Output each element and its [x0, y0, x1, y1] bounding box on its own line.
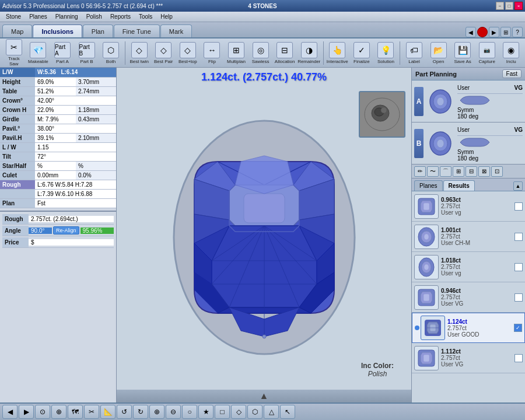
result-check-3[interactable]: [514, 263, 523, 271]
menu-help[interactable]: Help: [157, 13, 176, 20]
menu-polish[interactable]: Polish: [83, 13, 106, 20]
menu-planning[interactable]: Planning: [52, 13, 82, 20]
menu-stone[interactable]: Stone: [2, 13, 24, 20]
bottom-btn-zoom-out[interactable]: ⊖: [166, 405, 181, 419]
tab-inclusions[interactable]: Inclusions: [33, 24, 82, 37]
tab-mark[interactable]: Mark: [160, 24, 192, 37]
result-check-5[interactable]: ✓: [514, 324, 522, 332]
best-twin-icon: ◇: [131, 42, 148, 58]
rt-tool-2[interactable]: 〜: [427, 166, 439, 177]
toolbar-divider-2: [323, 41, 324, 65]
svg-point-19: [262, 335, 266, 338]
tab-map[interactable]: Map: [2, 24, 32, 37]
table-row: Pavil.° 38.00°: [0, 124, 116, 133]
tool-part-a[interactable]: Part A Part A: [51, 40, 74, 66]
stone-b-grade: VG: [514, 127, 523, 133]
close-button[interactable]: ×: [514, 2, 523, 10]
result-check-1[interactable]: [514, 202, 523, 211]
bottom-btn-hex[interactable]: ⬡: [247, 405, 262, 419]
tab-nav-left[interactable]: ◀: [466, 27, 476, 37]
result-check-6[interactable]: [514, 354, 523, 362]
bottom-btn-undo[interactable]: ↺: [117, 405, 132, 419]
stone-a-symm-row: Symm: [457, 107, 523, 113]
scroll-indicator[interactable]: ▲: [117, 390, 411, 402]
tool-best-twin[interactable]: ◇ Best twin: [128, 40, 151, 66]
tool-solution[interactable]: 💡 Solution: [374, 40, 398, 66]
tool-sawless[interactable]: ◎ Sawless: [249, 40, 272, 66]
tab-nav-grid[interactable]: ⊞: [501, 27, 511, 37]
maximize-button[interactable]: □: [505, 2, 513, 10]
tool-multiplan[interactable]: ⊞ Multiplan: [225, 40, 248, 66]
tab-fine-tune[interactable]: Fine Tune: [114, 24, 160, 37]
tool-part-b[interactable]: Part B Part B: [75, 40, 99, 66]
result-item-1[interactable]: 0.963ct 2.757ct User vg: [412, 191, 525, 222]
tool-both[interactable]: ⬡ Both: [99, 40, 123, 66]
bottom-btn-back[interactable]: ◀: [2, 405, 18, 419]
bottom-btn-star[interactable]: ★: [198, 405, 214, 419]
rt-tool-4[interactable]: ⊞: [453, 166, 464, 177]
rough-val1: L:6.76 W:5.84 H:7.28: [35, 180, 116, 189]
collapse-button[interactable]: ▲: [513, 181, 523, 191]
tab-plan[interactable]: Plan: [83, 24, 113, 37]
result-item-2[interactable]: 1.001ct 2.757ct User CH-M: [412, 222, 525, 252]
capture-icon: 📷: [479, 42, 495, 58]
result-item-6[interactable]: 1.112ct 2.757ct User VG: [412, 343, 525, 373]
bottom-btn-redo[interactable]: ↻: [133, 405, 148, 419]
rt-tool-5[interactable]: ⊟: [466, 166, 477, 177]
bottom-btn-cut[interactable]: ✂: [84, 405, 99, 419]
table-row: Crown° 42.00°: [0, 96, 116, 105]
result-item-3[interactable]: 1.018ct 2.757ct User vg: [412, 252, 525, 282]
menu-planes[interactable]: Planes: [26, 13, 51, 20]
bottom-btn-diamond[interactable]: ◇: [231, 405, 246, 419]
bottom-btn-forward[interactable]: ▶: [19, 405, 34, 419]
result-item-4[interactable]: 0.946ct 2.757ct User VG: [412, 282, 525, 313]
fast-button[interactable]: Fast: [502, 69, 522, 78]
rough-stat-row: Rough 2.757ct. (2.694ct.): [2, 214, 114, 225]
tab-planes[interactable]: Planes: [414, 180, 443, 191]
tool-best-top[interactable]: ◇ Best+top: [176, 40, 200, 66]
tool-label[interactable]: 🏷 Label: [402, 40, 426, 66]
rt-tool-7[interactable]: ⊡: [491, 166, 503, 177]
realign-button[interactable]: Re-Align: [53, 226, 79, 235]
result-check-2[interactable]: [514, 233, 523, 241]
bottom-btn-target[interactable]: ⊙: [35, 405, 50, 419]
result-ref-6: 2.757ct: [441, 355, 512, 361]
bottom-btn-cursor[interactable]: ↖: [280, 405, 295, 419]
culet-label: Culet: [0, 170, 35, 180]
tool-open[interactable]: 📂 Open: [427, 40, 450, 66]
bottom-btn-circle[interactable]: ○: [182, 405, 197, 419]
tool-finalize[interactable]: ✓ Finalize: [350, 40, 373, 66]
bottom-btn-map[interactable]: 🗺: [68, 405, 83, 419]
results-list[interactable]: 0.963ct 2.757ct User vg 1.001ct: [412, 191, 525, 402]
rt-tool-6[interactable]: ⊠: [478, 166, 490, 177]
tool-track-saw[interactable]: ✂ Track Saw: [2, 38, 26, 68]
menu-tools[interactable]: Tools: [135, 13, 156, 20]
tool-allocation[interactable]: ⊟ Allocation: [273, 40, 296, 66]
tool-save-as[interactable]: 💾 Save As: [451, 40, 474, 66]
minimize-button[interactable]: −: [496, 2, 504, 10]
tool-interactive[interactable]: 👆 Interactive: [326, 40, 349, 66]
tab-results[interactable]: Results: [443, 180, 475, 191]
lw-label: L/W: [0, 68, 35, 77]
tool-makeable[interactable]: 💎 Makeable: [27, 40, 50, 66]
bottom-btn-draw[interactable]: 📐: [100, 405, 116, 419]
tilt-label: Tilt: [0, 152, 35, 161]
tool-capture[interactable]: 📷 Capture: [475, 40, 499, 66]
tool-flip[interactable]: ↔ Flip: [201, 40, 224, 66]
tab-nav-right-btn[interactable]: ▶: [489, 27, 499, 37]
tool-remainder[interactable]: ◑ Remainder: [298, 40, 321, 66]
tool-best-pair[interactable]: ◇ Best Pair: [152, 40, 175, 66]
bottom-btn-square[interactable]: □: [215, 405, 230, 419]
rt-tool-1[interactable]: ✏: [414, 166, 426, 177]
result-item-5[interactable]: 1.124ct 2.757ct User GOOD ✓: [412, 313, 525, 343]
bottom-btn-zoom-in[interactable]: ⊕: [149, 405, 164, 419]
bottom-btn-crosshair[interactable]: ⊕: [51, 405, 66, 419]
svg-rect-18: [244, 194, 285, 223]
tool-inclu[interactable]: ◉ Inclu: [500, 40, 523, 66]
bottom-btn-tri[interactable]: △: [264, 405, 279, 419]
result-check-4[interactable]: [514, 293, 523, 302]
tab-nav-help[interactable]: ?: [512, 27, 523, 37]
menu-reports[interactable]: Reports: [107, 13, 134, 20]
rt-tool-3[interactable]: ⌒: [440, 166, 452, 177]
window-controls[interactable]: − □ ×: [496, 2, 523, 10]
